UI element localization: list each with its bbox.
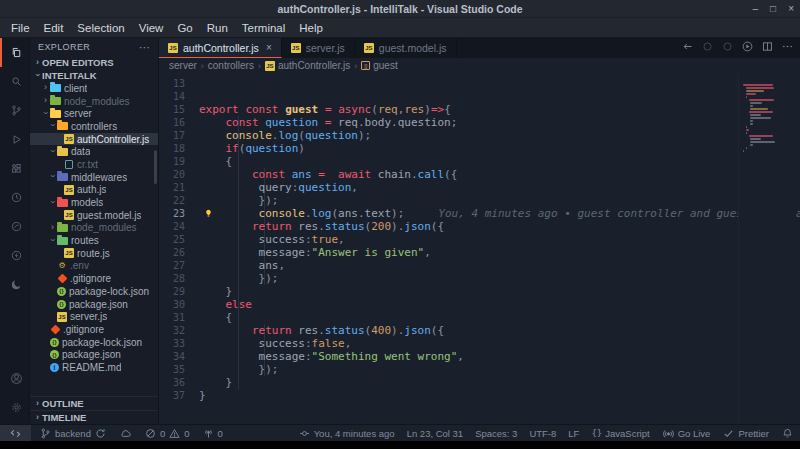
code-editor[interactable]: 131415export const guest = async(req,res…	[159, 73, 800, 424]
code-line[interactable]: 35 });	[159, 363, 800, 376]
code-line[interactable]: 34 message:"Something went wrong",	[159, 350, 800, 363]
tab-guest-model-js[interactable]: JSguest.model.js	[355, 38, 457, 58]
code-line[interactable]: 17 console.log(question);	[159, 129, 800, 142]
tree-item--env[interactable]: ⚙.env	[30, 260, 158, 273]
tree-item-models[interactable]: ›models	[30, 196, 158, 209]
more-actions-button[interactable]	[781, 39, 794, 57]
code-line[interactable]: 33 success:false,	[159, 337, 800, 350]
activity-ext-circle-button[interactable]	[0, 212, 30, 241]
code-line[interactable]: 22 });	[159, 194, 800, 207]
status-language-mode[interactable]: {}JavaScript	[585, 425, 655, 441]
activity-search-button[interactable]	[0, 67, 30, 96]
minimap[interactable]	[738, 73, 796, 424]
explorer-more-actions-button[interactable]: ⋯	[139, 41, 150, 54]
tree-item--gitignore[interactable]: .gitignore	[30, 323, 158, 336]
code-line[interactable]: 13	[159, 77, 800, 90]
tree-item-auth-js[interactable]: JSauth.js	[30, 184, 158, 197]
minimize-button[interactable]: –	[753, 0, 759, 18]
activity-ext-moon-button[interactable]	[0, 270, 30, 299]
menu-selection[interactable]: Selection	[70, 18, 131, 38]
activity-extensions-button[interactable]	[0, 154, 30, 183]
tree-item-package-lock-json[interactable]: {}package-lock.json	[30, 285, 158, 298]
tree-item-package-json[interactable]: {}package.json	[30, 348, 158, 361]
code-line[interactable]: 14	[159, 90, 800, 103]
code-line[interactable]: 26 message:"Answer is given",	[159, 246, 800, 259]
lightbulb-icon[interactable]	[203, 208, 214, 219]
tree-item-routes[interactable]: ›routes	[30, 234, 158, 247]
status-cursor-position[interactable]: Ln 23, Col 31	[401, 425, 470, 441]
activity-run-debug-button[interactable]	[0, 125, 30, 154]
menu-terminal[interactable]: Terminal	[235, 18, 292, 38]
code-line[interactable]: 28 });	[159, 272, 800, 285]
run-code-button[interactable]	[741, 39, 754, 57]
project-root-section[interactable]: › INTELITALK	[30, 69, 158, 82]
tree-item-authcontroller-js[interactable]: JSauthController.js	[30, 133, 158, 146]
code-line[interactable]: 30 else	[159, 298, 800, 311]
code-line[interactable]: 21 query:question,	[159, 181, 800, 194]
tab-server-js[interactable]: JSserver.js	[282, 38, 355, 58]
status-git-branch[interactable]: backend	[33, 425, 113, 441]
code-line[interactable]: 19 {	[159, 155, 800, 168]
maximize-button[interactable]: □	[770, 0, 776, 18]
activity-settings-button[interactable]	[0, 393, 30, 422]
menu-file[interactable]: File	[4, 18, 37, 38]
menu-edit[interactable]: Edit	[37, 18, 71, 38]
tree-item-cr-txt[interactable]: cr.txt	[30, 158, 158, 171]
status-eol[interactable]: LF	[562, 425, 585, 441]
open-editors-section[interactable]: › OPEN EDITORS	[30, 56, 158, 69]
status-notifications[interactable]	[775, 425, 800, 441]
code-line[interactable]: 37}	[159, 389, 800, 402]
activity-source-control-button[interactable]	[0, 96, 30, 125]
tree-item-controllers[interactable]: ›controllers	[30, 120, 158, 133]
tab-authcontroller-js[interactable]: JSauthController.js×	[159, 38, 282, 58]
menu-go[interactable]: Go	[170, 18, 199, 38]
tree-item-client[interactable]: ›client	[30, 82, 158, 95]
menu-view[interactable]: View	[132, 18, 171, 38]
nav-disabled-button[interactable]	[701, 39, 714, 57]
breadcrumb-controllers[interactable]: controllers	[208, 60, 254, 71]
tree-item-node-modules[interactable]: ›node_modules	[30, 222, 158, 235]
code-line[interactable]: 31 {	[159, 311, 800, 324]
code-line[interactable]: 20 const ans = await chain.call({	[159, 168, 800, 181]
activity-ext-clock-button[interactable]	[0, 183, 30, 212]
activity-explorer-button[interactable]	[0, 38, 30, 67]
close-button[interactable]: ×	[788, 0, 794, 18]
status-publish[interactable]	[113, 425, 138, 441]
code-line[interactable]: 16 const question = req.body.question;	[159, 116, 800, 129]
nav-disabled-button[interactable]	[721, 39, 734, 57]
tree-item-middlewares[interactable]: ›middlewares	[30, 171, 158, 184]
status-encoding[interactable]: UTF-8	[523, 425, 562, 441]
code-line[interactable]: 29 }	[159, 285, 800, 298]
tree-item-server-js[interactable]: JSserver.js	[30, 310, 158, 323]
status-blame-status[interactable]: You, 4 minutes ago	[292, 425, 401, 441]
status-go-live[interactable]: Go Live	[656, 425, 717, 441]
tree-item-data[interactable]: ›data	[30, 145, 158, 158]
status-indentation[interactable]: Spaces: 3	[469, 425, 523, 441]
status-remote-indicator[interactable]	[0, 425, 31, 441]
code-line[interactable]: 24 return res.status(200).json({	[159, 220, 800, 233]
status-prettier[interactable]: Prettier	[716, 425, 775, 441]
timeline-section[interactable]: › TIMELINE	[30, 410, 158, 424]
code-line[interactable]: 15export const guest = async(req,res)=>{	[159, 103, 800, 116]
tree-item-server[interactable]: ›server	[30, 107, 158, 120]
split-editor-button[interactable]	[761, 39, 774, 57]
tab-close-icon[interactable]: ×	[266, 42, 272, 53]
tree-item--gitignore[interactable]: .gitignore	[30, 272, 158, 285]
status-ports[interactable]: 0	[196, 425, 229, 441]
activity-thunder-client-button[interactable]	[0, 241, 30, 270]
breadcrumb-authcontroller-js[interactable]: JSauthController.js	[265, 60, 350, 71]
outline-section[interactable]: › OUTLINE	[30, 396, 158, 410]
breadcrumb-server[interactable]: server	[169, 60, 197, 71]
code-line[interactable]: 23 console.log(ans.text);You, 4 minutes …	[159, 207, 800, 220]
menu-help[interactable]: Help	[292, 18, 330, 38]
code-line[interactable]: 36 }	[159, 376, 800, 389]
tree-item-route-js[interactable]: JSroute.js	[30, 247, 158, 260]
status-problems[interactable]: 00	[138, 425, 196, 441]
code-line[interactable]: 32 return res.status(400).json({	[159, 324, 800, 337]
code-line[interactable]: 27 ans,	[159, 259, 800, 272]
tree-item-package-json[interactable]: {}package.json	[30, 298, 158, 311]
code-line[interactable]: 25 success:true,	[159, 233, 800, 246]
menu-run[interactable]: Run	[200, 18, 235, 38]
tree-item-node-modules[interactable]: ›node_modules	[30, 95, 158, 108]
navigate-back-button[interactable]	[681, 39, 694, 57]
